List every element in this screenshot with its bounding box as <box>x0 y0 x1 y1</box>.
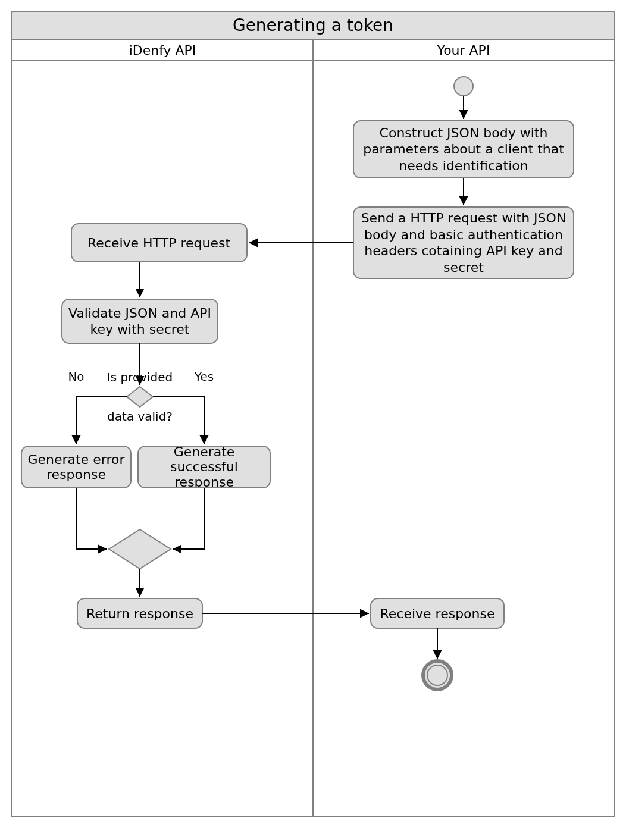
node-receive-resp-label: Receive response <box>380 606 494 621</box>
lane-right-label: Your API <box>437 43 490 58</box>
start-node <box>454 77 473 96</box>
node-validate-label: Validate JSON and API key with secret <box>64 305 215 338</box>
node-gen-error-label: Generate error response <box>24 452 129 482</box>
lane-left-label: iDenfy API <box>129 43 196 58</box>
decision-question-line1: Is provided <box>107 370 173 384</box>
node-construct-label: Construct JSON body with parameters abou… <box>357 125 570 174</box>
node-gen-success-label: Generate successful response <box>140 447 268 487</box>
node-send-label: Send a HTTP request with JSON body and b… <box>357 210 570 275</box>
decision-question-line2: data valid? <box>107 409 173 424</box>
decision-no-label: No <box>68 369 84 384</box>
diagram-title: Generating a token <box>233 15 393 35</box>
merge-diamond <box>109 529 171 569</box>
decision-valid <box>127 387 153 407</box>
end-node-inner <box>427 665 447 685</box>
node-return-label: Return response <box>86 606 193 621</box>
decision-yes-label: Yes <box>194 369 214 384</box>
flow-diagram: Generating a token iDenfy API Your API C… <box>0 0 626 840</box>
node-receive-http-label: Receive HTTP request <box>87 236 230 250</box>
